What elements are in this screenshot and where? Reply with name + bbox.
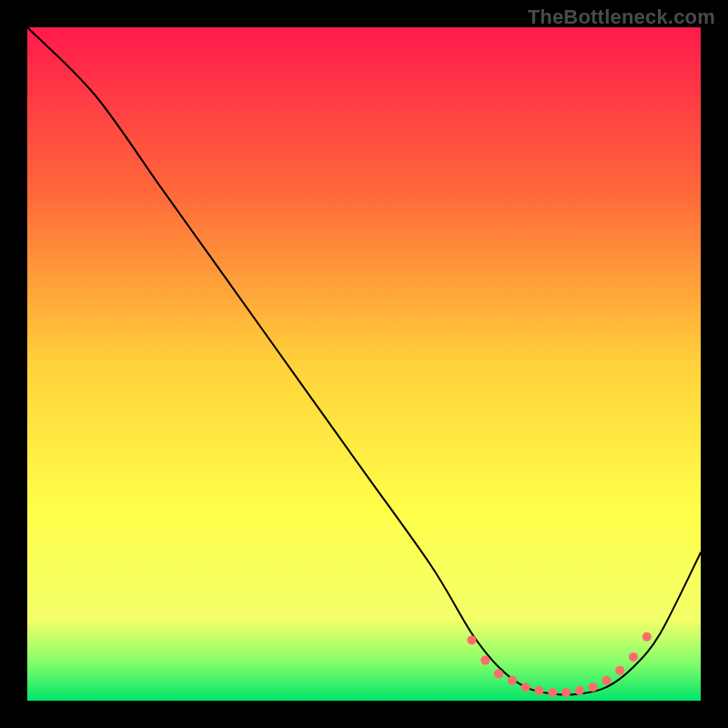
data-point <box>521 682 531 692</box>
data-point <box>561 688 571 697</box>
chart-background <box>27 27 701 701</box>
data-point <box>589 682 598 692</box>
plot-area <box>27 27 701 701</box>
watermark-text: TheBottleneck.com <box>528 5 715 29</box>
data-point <box>575 686 584 695</box>
data-point <box>480 656 490 665</box>
data-point <box>508 676 517 685</box>
data-point <box>602 676 611 685</box>
chart-svg <box>27 27 701 701</box>
data-point <box>467 635 476 644</box>
data-point <box>615 666 624 675</box>
data-point <box>534 686 543 695</box>
data-point <box>494 669 503 678</box>
data-point <box>629 652 638 662</box>
chart-container: TheBottleneck.com <box>0 0 728 728</box>
data-point <box>642 632 652 642</box>
data-point <box>548 688 557 697</box>
